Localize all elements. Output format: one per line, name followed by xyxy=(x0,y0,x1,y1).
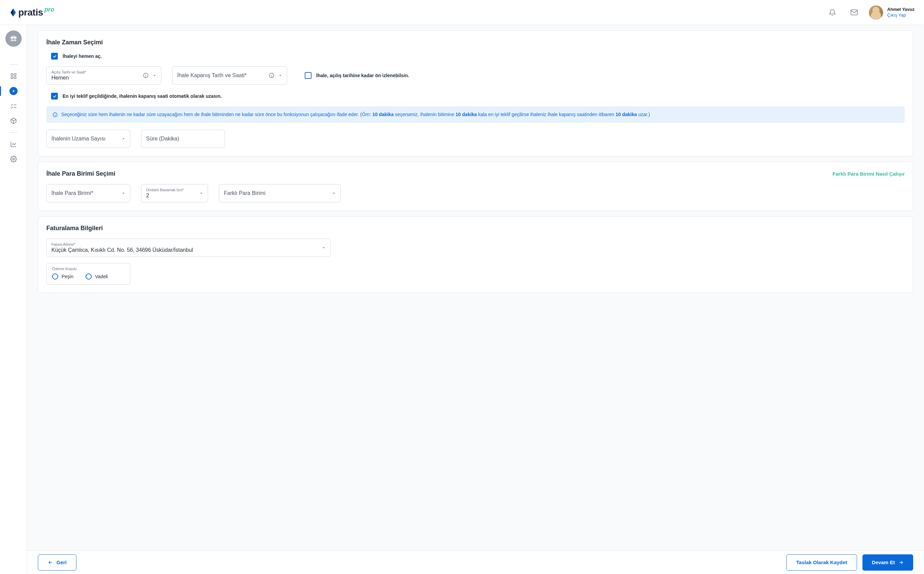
save-draft-button[interactable]: Taslak Olarak Kaydet xyxy=(786,554,857,571)
back-button[interactable]: Geri xyxy=(38,554,77,571)
svg-point-5 xyxy=(13,158,14,160)
payment-terms-group: Ödeme Koşulu Peşin Vadeli xyxy=(46,263,130,285)
continue-button[interactable]: Devam Et xyxy=(863,554,913,571)
close-date-field[interactable]: İhale Kapanış Tarih ve Saati* xyxy=(172,66,287,85)
radio-cash[interactable]: Peşin xyxy=(52,273,73,279)
section-currency-title: İhale Para Birimi Seçimi xyxy=(46,170,115,177)
chevron-down-icon xyxy=(121,136,126,141)
section-billing-title: Faturalama Bilgileri xyxy=(46,225,905,232)
open-date-value: Hemen xyxy=(52,75,156,81)
duration-placeholder: Süre (Dakika) xyxy=(146,136,220,142)
svg-rect-2 xyxy=(14,74,16,76)
info-icon[interactable] xyxy=(143,73,149,79)
svg-rect-1 xyxy=(11,74,13,76)
sidebar-item-reports[interactable] xyxy=(0,137,27,151)
currency-help-link[interactable]: Farklı Para Birimi Nasıl Çalışır xyxy=(833,171,905,177)
main-content: İhale Zaman Seçimi İhaleyi hemen aç. Açı… xyxy=(27,25,924,574)
open-date-field[interactable]: Açılış Tarihi ve Saati* Hemen xyxy=(46,66,161,85)
info-icon[interactable] xyxy=(269,73,275,79)
logout-link[interactable]: Çıkış Yap xyxy=(887,13,915,18)
decimals-value: 2 xyxy=(146,192,203,199)
currency-select[interactable]: İhale Para Birimi* xyxy=(46,184,130,202)
payment-terms-label: Ödeme Koşulu xyxy=(52,267,124,271)
plus-circle-icon xyxy=(9,87,17,95)
sidebar-item-dashboard[interactable] xyxy=(0,69,27,84)
notifications-icon[interactable] xyxy=(826,6,839,19)
open-date-label: Açılış Tarihi ve Saati* xyxy=(52,70,156,74)
section-time-title: İhale Zaman Seçimi xyxy=(46,39,905,46)
check-icon xyxy=(52,54,57,58)
close-date-placeholder: İhale Kapanış Tarih ve Saati* xyxy=(177,73,282,79)
chart-icon xyxy=(10,141,17,148)
logo[interactable]: pratis pro xyxy=(9,7,54,18)
org-badge[interactable] xyxy=(5,30,22,47)
currency-placeholder: İhale Para Birimi* xyxy=(52,190,125,196)
app-header: pratis pro Ahmet Yavuz Çıkış Yap xyxy=(0,0,924,25)
billing-address-select[interactable]: Fatura Adresi* Küçük Çamlıca, Kısıklı Cd… xyxy=(46,239,330,257)
radio-icon xyxy=(52,273,58,279)
decimals-select[interactable]: Ondalık Basamak İzni* 2 xyxy=(141,184,208,202)
chevron-down-icon xyxy=(332,191,336,196)
arrow-right-icon xyxy=(898,560,904,565)
checkbox-open-now-label: İhaleyi hemen aç. xyxy=(63,54,102,59)
radio-deferred-label: Vadeli xyxy=(95,274,108,279)
chevron-down-icon xyxy=(121,191,126,196)
save-draft-label: Taslak Olarak Kaydet xyxy=(796,560,847,565)
radio-deferred[interactable]: Vadeli xyxy=(86,273,108,279)
logo-pro: pro xyxy=(44,6,54,13)
chevron-down-icon xyxy=(199,191,204,196)
section-billing: Faturalama Bilgileri Fatura Adresi* Küçü… xyxy=(38,216,913,293)
section-time: İhale Zaman Seçimi İhaleyi hemen aç. Açı… xyxy=(38,30,913,156)
billing-address-value: Küçük Çamlıca, Kısıklı Cd. No. 56, 34696… xyxy=(52,247,325,253)
radio-cash-label: Peşin xyxy=(61,274,73,279)
checkbox-open-now[interactable] xyxy=(51,53,58,60)
grid-icon xyxy=(10,73,17,80)
other-currency-placeholder: Farklı Para Birimi xyxy=(224,190,336,196)
sidebar-item-create[interactable] xyxy=(0,84,27,98)
other-currency-select[interactable]: Farklı Para Birimi xyxy=(219,184,341,202)
user-menu[interactable]: Ahmet Yavuz Çıkış Yap xyxy=(869,5,915,20)
gear-icon xyxy=(10,156,17,162)
info-text: Seçeceğiniz süre hem ihalenin ne kadar s… xyxy=(61,111,650,118)
billing-address-label: Fatura Adresi* xyxy=(52,242,325,246)
checkbox-auto-extend-label: En iyi teklif geçildiğinde, ihalenin kap… xyxy=(63,93,222,99)
info-banner: Seçeceğiniz süre hem ihalenin ne kadar s… xyxy=(46,106,905,123)
radio-icon xyxy=(86,273,92,279)
continue-label: Devam Et xyxy=(872,560,895,565)
sidebar-item-tasks[interactable] xyxy=(0,98,27,114)
checklist-icon xyxy=(10,102,17,109)
extend-count-select[interactable]: İhalenin Uzama Sayısı xyxy=(46,129,130,148)
bank-icon xyxy=(10,35,17,42)
check-icon xyxy=(52,94,57,98)
extend-count-placeholder: İhalenin Uzama Sayısı xyxy=(52,136,125,142)
svg-rect-4 xyxy=(14,77,16,79)
logo-text: pratis xyxy=(18,7,43,18)
svg-rect-3 xyxy=(11,77,13,79)
sidebar-item-package[interactable] xyxy=(0,114,27,128)
arrow-left-icon xyxy=(48,560,53,565)
section-currency: İhale Para Birimi Seçimi Farklı Para Bir… xyxy=(38,162,913,211)
sidebar xyxy=(0,25,27,574)
checkbox-auto-extend[interactable] xyxy=(51,93,58,99)
checkbox-previewable-label: İhale, açılış tarihine kadar ön izlenebi… xyxy=(316,73,409,78)
info-icon xyxy=(52,112,58,117)
logo-mark-icon xyxy=(9,8,17,17)
checkbox-previewable[interactable] xyxy=(305,72,311,79)
duration-input[interactable]: Süre (Dakika) xyxy=(141,129,225,148)
chevron-down-icon xyxy=(152,73,157,78)
decimals-label: Ondalık Basamak İzni* xyxy=(146,188,203,192)
back-button-label: Geri xyxy=(57,560,67,565)
avatar xyxy=(869,5,883,20)
chevron-down-icon xyxy=(278,73,283,78)
user-name: Ahmet Yavuz xyxy=(887,7,915,13)
footer-bar: Geri Taslak Olarak Kaydet Devam Et xyxy=(27,550,924,574)
mail-icon[interactable] xyxy=(847,6,861,19)
chevron-down-icon xyxy=(321,245,326,250)
svg-rect-0 xyxy=(851,10,857,15)
sidebar-item-settings[interactable] xyxy=(0,151,27,167)
cube-icon xyxy=(10,117,17,124)
